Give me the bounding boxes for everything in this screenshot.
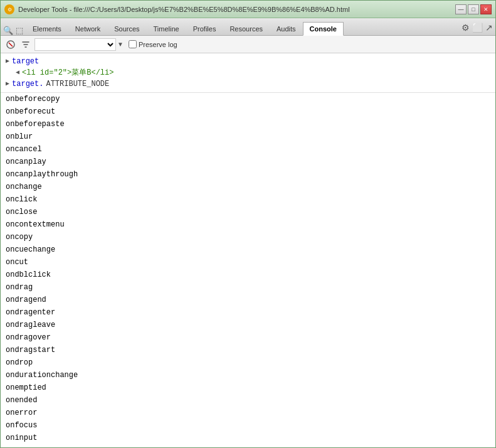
tabs-bar: 🔍 ⬚ Elements Network Sources Timeline Pr… (1, 18, 495, 36)
dropdown-item[interactable]: onfocus (1, 419, 495, 432)
frame-select-dropdown[interactable] (34, 38, 116, 51)
dropdown-item[interactable]: onended (1, 394, 495, 407)
dropdown-item[interactable]: onbeforepaste (1, 118, 495, 131)
autocomplete-dropdown: onbeforecopyonbeforecutonbeforepasteonbl… (1, 93, 495, 447)
close-button[interactable]: ✕ (480, 4, 492, 14)
tab-resources[interactable]: Resources (223, 21, 270, 35)
dropdown-item[interactable]: onclick (1, 193, 495, 206)
title-bar: ⚙ Developer Tools - file:///C:/Users/l3/… (1, 1, 495, 18)
filter-button[interactable] (19, 38, 32, 51)
target-ref-1: target (12, 56, 39, 67)
dropdown-item[interactable]: ondrop (1, 356, 495, 369)
devtools-window: ⚙ Developer Tools - file:///C:/Users/l3/… (0, 0, 496, 448)
dropdown-item[interactable]: oncanplay (1, 156, 495, 168)
frame-selector: ▼ (34, 38, 124, 51)
preserve-log-checkbox[interactable] (129, 40, 137, 48)
svg-text:⚙: ⚙ (8, 7, 12, 13)
dropdown-item[interactable]: onblur (1, 131, 495, 143)
preserve-log-label[interactable]: Preserve log (129, 40, 177, 48)
target-ref-2: target. (12, 78, 43, 90)
dropdown-item[interactable]: onemptied (1, 381, 495, 394)
popout-icon[interactable]: ↗ (485, 23, 493, 33)
tab-console[interactable]: Console (303, 22, 344, 36)
tab-timeline[interactable]: Timeline (147, 21, 186, 35)
clear-console-button[interactable] (4, 38, 17, 51)
app-icon: ⚙ (4, 4, 14, 14)
console-code-area: ▶ target ◀ <li id="2">菜单B</li> ▶ target.… (1, 53, 495, 93)
attr-node-text: ATTRIBUTE_NODE (46, 78, 109, 90)
dropdown-item[interactable]: oncontextmenu (1, 218, 495, 231)
expand-arrow-1[interactable]: ▶ (6, 56, 9, 67)
tab-elements[interactable]: Elements (26, 21, 68, 35)
code-line-3: ▶ target.ATTRIBUTE_NODE (6, 78, 490, 90)
dropdown-item[interactable]: oncanplaythrough (1, 168, 495, 181)
dropdown-item[interactable]: ondragstart (1, 344, 495, 356)
html-tag: <li id="2">菜单B</li> (22, 67, 113, 78)
settings-icon[interactable]: ⚙ (462, 23, 470, 33)
dock-icon[interactable]: ⬜ (472, 23, 483, 33)
dropdown-item[interactable]: onchange (1, 181, 495, 193)
dropdown-item[interactable]: oncancel (1, 143, 495, 156)
dropdown-item[interactable]: ondragend (1, 294, 495, 306)
dropdown-item[interactable]: ondragleave (1, 319, 495, 331)
svg-line-3 (9, 43, 13, 46)
frame-arrow-icon: ▼ (117, 41, 124, 48)
expand-arrow-3[interactable]: ▶ (6, 78, 9, 90)
dropdown-item[interactable]: oncopy (1, 231, 495, 243)
back-arrow[interactable]: ◀ (16, 67, 19, 78)
dropdown-item[interactable]: oninput (1, 432, 495, 444)
minimize-button[interactable]: — (455, 4, 467, 14)
search-icon[interactable]: 🔍 (3, 26, 13, 35)
dropdown-item[interactable]: onbeforecut (1, 105, 495, 118)
tab-network[interactable]: Network (68, 21, 107, 35)
tab-audits[interactable]: Audits (270, 21, 303, 35)
code-line-1: ▶ target (6, 56, 490, 67)
maximize-button[interactable]: □ (468, 4, 479, 14)
dropdown-item[interactable]: oncut (1, 256, 495, 269)
window-controls: — □ ✕ (455, 4, 492, 14)
dropdown-item[interactable]: oncuechange (1, 243, 495, 256)
dropdown-item[interactable]: onerror (1, 407, 495, 419)
dropdown-list[interactable]: onbeforecopyonbeforecutonbeforepasteonbl… (1, 93, 495, 447)
dropdown-item[interactable]: ondblclick (1, 269, 495, 281)
tab-profiles[interactable]: Profiles (186, 21, 223, 35)
tab-sources[interactable]: Sources (107, 21, 146, 35)
dropdown-item[interactable]: ondragover (1, 331, 495, 344)
title-bar-text: Developer Tools - file:///C:/Users/l3/De… (18, 6, 451, 13)
inspect-icon[interactable]: ⬚ (16, 26, 23, 35)
console-toolbar: ▼ Preserve log (1, 36, 495, 53)
dropdown-item[interactable]: onclose (1, 206, 495, 218)
dropdown-item[interactable]: ondurationchange (1, 369, 495, 381)
dropdown-item[interactable]: ondrag (1, 281, 495, 294)
dropdown-item[interactable]: onbeforecopy (1, 93, 495, 105)
code-line-2: ◀ <li id="2">菜单B</li> (6, 67, 490, 78)
dropdown-item[interactable]: ondragenter (1, 306, 495, 319)
